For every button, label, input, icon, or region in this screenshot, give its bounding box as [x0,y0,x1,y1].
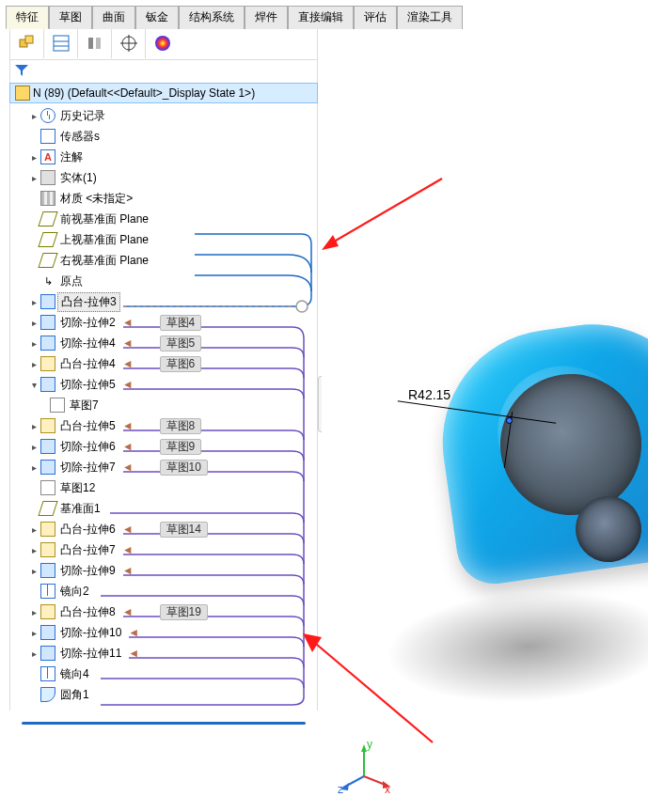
node-sensors[interactable]: 传感器s [10,126,317,147]
node-boss-extrude5[interactable]: ▸凸台-拉伸5◄草图8 [10,415,317,436]
node-boss-extrude4[interactable]: ▸凸台-拉伸4◄草图6 [10,353,317,374]
plane-icon [38,211,57,226]
node-mirror2[interactable]: 镜向2 [10,581,317,601]
cut-extrude-icon [40,646,55,661]
panel-toolbar [9,26,318,60]
filter-icon[interactable] [14,63,29,81]
node-cut-extrude4[interactable]: ▸切除-拉伸4◄草图5 [10,333,317,353]
sketch-badge[interactable]: 草图19 [160,604,208,620]
svg-line-22 [329,179,442,244]
error-icon: ◄ [122,543,134,556]
dimension-label[interactable]: R42.15 [408,387,450,402]
plane-icon [38,232,57,247]
plane-icon [38,501,57,516]
annotation-arrow-top [310,169,451,263]
node-right-plane[interactable]: 右视基准面 Plane [10,250,317,271]
error-icon: ◄ [122,461,134,474]
svg-rect-1 [25,36,33,43]
node-boss-extrude3[interactable]: ▸凸台-拉伸3 [10,291,317,312]
node-top-plane[interactable]: 上视基准面 Plane [10,229,317,250]
sketch-badge[interactable]: 草图4 [160,315,202,331]
config-icon [86,34,104,53]
material-icon [40,191,55,206]
sketch-badge[interactable]: 草图9 [160,439,202,455]
node-sketch7[interactable]: 草图7 [10,395,317,415]
tree-tab-dimxpert[interactable] [112,28,146,58]
node-boss-extrude7[interactable]: ▸凸台-拉伸7◄ [10,539,317,560]
node-front-plane[interactable]: 前视基准面 Plane [10,209,317,229]
sketch-badge[interactable]: 草图14 [160,522,208,538]
property-icon [52,34,71,53]
tab-sketch[interactable]: 草图 [49,6,92,29]
error-icon: ◄ [122,440,134,453]
rollback-bar[interactable] [22,722,306,725]
cut-extrude-icon [40,336,55,351]
annotation-arrow-bottom [292,620,442,761]
node-cut-extrude2[interactable]: ▸切除-拉伸2◄草图4 [10,312,317,333]
sketch-badge[interactable]: 草图8 [160,418,202,434]
node-plane1[interactable]: 基准面1 [10,498,317,519]
feature-manager-panel: N (89) (Default<<Default>_Display State … [9,26,318,803]
sketch-icon [40,480,55,495]
node-boss-extrude6[interactable]: ▸凸台-拉伸6◄草图14 [10,519,317,539]
tree-tab-appearance[interactable] [146,28,180,58]
node-cut-extrude9[interactable]: ▸切除-拉伸9◄ [10,560,317,581]
node-cut-extrude6[interactable]: ▸切除-拉伸6◄草图9 [10,436,317,457]
svg-rect-5 [88,38,93,49]
cut-extrude-icon [40,377,55,392]
node-history[interactable]: ▸历史记录 [10,105,317,126]
boss-extrude-icon [40,522,55,537]
node-cut-extrude5[interactable]: ▾切除-拉伸5◄ [10,374,317,395]
sketch-badge[interactable]: 草图6 [160,356,202,372]
tree-tab-feature[interactable] [10,28,44,58]
node-mirror4[interactable]: 镜向4 [10,664,317,684]
svg-marker-25 [303,633,322,652]
cut-extrude-icon [40,460,55,475]
error-icon: ◄ [128,626,139,639]
tab-direct-edit[interactable]: 直接编辑 [288,6,354,29]
svg-marker-23 [322,235,339,250]
svg-line-24 [310,639,433,742]
node-cut-extrude11[interactable]: ▸切除-拉伸11◄ [10,643,317,664]
cut-extrude-icon [40,563,55,578]
filter-row [9,60,318,83]
annotation-icon: A [40,149,55,164]
tab-render[interactable]: 渲染工具 [397,6,463,29]
node-sketch12[interactable]: 草图12 [10,477,317,498]
node-annotations[interactable]: ▸A注解 [10,147,317,167]
svg-point-10 [155,36,170,51]
command-tabbar: 特征 草图 曲面 钣金 结构系统 焊件 直接编辑 评估 渲染工具 [6,6,463,29]
tab-evaluate[interactable]: 评估 [354,6,397,29]
sketch-badge[interactable]: 草图5 [160,336,202,351]
mirror-icon [40,584,55,599]
node-bodies[interactable]: ▸实体(1) [10,167,317,188]
node-cut-extrude7[interactable]: ▸切除-拉伸7◄草图10 [10,457,317,477]
node-fillet1[interactable]: 圆角1 [10,684,317,705]
node-cut-extrude10[interactable]: ▸切除-拉伸10◄ [10,622,317,643]
mirror-icon [40,666,55,681]
tab-features[interactable]: 特征 [6,6,49,29]
svg-rect-2 [54,36,69,51]
error-icon: ◄ [122,605,134,618]
error-icon: ◄ [122,523,134,536]
tree-tab-property[interactable] [44,28,78,58]
node-origin[interactable]: ↳原点 [10,271,317,291]
error-icon: ◄ [122,564,134,577]
svg-text:x: x [385,783,390,795]
tab-weldment[interactable]: 焊件 [245,6,288,29]
tree-root[interactable]: N (89) (Default<<Default>_Display State … [9,83,318,103]
tree-tab-config[interactable] [78,28,112,58]
sensor-icon [40,129,55,144]
tab-structsys[interactable]: 结构系统 [179,6,245,29]
cut-extrude-icon [40,315,55,330]
sketch-badge[interactable]: 草图10 [160,460,208,476]
dimension-point [506,417,513,424]
node-boss-extrude8[interactable]: ▸凸台-拉伸8◄草图19 [10,601,317,622]
feature-tree: ▸历史记录 传感器s ▸A注解 ▸实体(1) 材质 <未指定> 前视基准面 Pl… [9,103,318,710]
sketch-icon [50,398,65,413]
svg-text:z: z [338,783,343,795]
tab-sheetmetal[interactable]: 钣金 [135,6,179,29]
tab-surfaces[interactable]: 曲面 [92,6,135,29]
boss-extrude-icon [40,294,55,309]
node-material[interactable]: 材质 <未指定> [10,188,317,209]
